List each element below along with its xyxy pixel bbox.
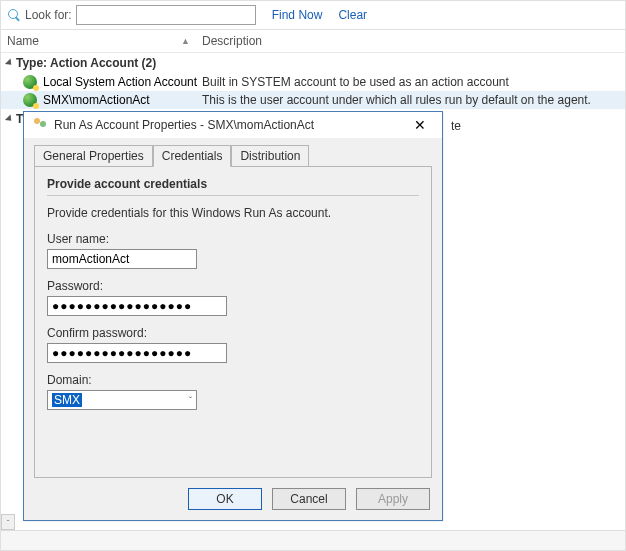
tab-general[interactable]: General Properties [34,145,153,167]
domain-combobox[interactable]: SMX ˇ [47,390,197,410]
clear-link[interactable]: Clear [338,8,367,22]
scroll-down-button[interactable]: ˇ [1,514,15,530]
list-item[interactable]: Local System Action Account Built in SYS… [1,73,625,91]
section-heading: Provide account credentials [47,177,419,196]
look-for-input[interactable] [76,5,256,25]
row-name: SMX\momActionAct [43,93,150,107]
password-input[interactable] [47,296,227,316]
expand-icon [5,114,14,123]
confirm-password-label: Confirm password: [47,326,419,340]
tab-distribution[interactable]: Distribution [231,145,309,167]
tab-credentials[interactable]: Credentials [153,145,232,167]
group-action-label: Type: Action Account (2) [16,56,156,70]
column-headers: Name ▲ Description [1,30,625,53]
column-name[interactable]: Name ▲ [7,34,202,48]
domain-label: Domain: [47,373,419,387]
hint-text: Provide credentials for this Windows Run… [47,206,419,220]
domain-value: SMX [52,393,82,407]
column-name-label: Name [7,34,39,48]
apply-button[interactable]: Apply [356,488,430,510]
ok-button[interactable]: OK [188,488,262,510]
status-bar [1,530,625,550]
chevron-down-icon: ˇ [189,395,192,405]
tab-strip: General Properties Credentials Distribut… [24,138,442,166]
find-now-link[interactable]: Find Now [272,8,323,22]
dialog-title: Run As Account Properties - SMX\momActio… [54,118,406,132]
look-for-label: Look for: [25,8,72,22]
account-icon [23,93,37,107]
row-desc: Built in SYSTEM account to be used as an… [202,75,619,89]
cancel-button[interactable]: Cancel [272,488,346,510]
group-action-account[interactable]: Type: Action Account (2) [1,53,625,73]
look-for-bar: Look for: Find Now Clear [1,1,625,30]
column-description[interactable]: Description [202,34,262,48]
dialog-titlebar: Run As Account Properties - SMX\momActio… [24,112,442,138]
dialog-button-row: OK Cancel Apply [24,478,442,520]
account-icon [23,75,37,89]
row-desc: This is the user account under which all… [202,93,619,107]
username-input[interactable] [47,249,197,269]
list-item[interactable]: SMX\momActionAct This is the user accoun… [1,91,625,109]
properties-dialog: Run As Account Properties - SMX\momActio… [23,111,443,521]
close-button[interactable]: ✕ [406,117,434,133]
row-name: Local System Action Account [43,75,197,89]
tab-panel-credentials: Provide account credentials Provide cred… [34,166,432,478]
confirm-password-input[interactable] [47,343,227,363]
expand-icon [5,58,14,67]
username-label: User name: [47,232,419,246]
accounts-icon [32,117,48,133]
sort-indicator-icon: ▲ [181,36,190,46]
password-label: Password: [47,279,419,293]
search-icon [7,8,21,22]
